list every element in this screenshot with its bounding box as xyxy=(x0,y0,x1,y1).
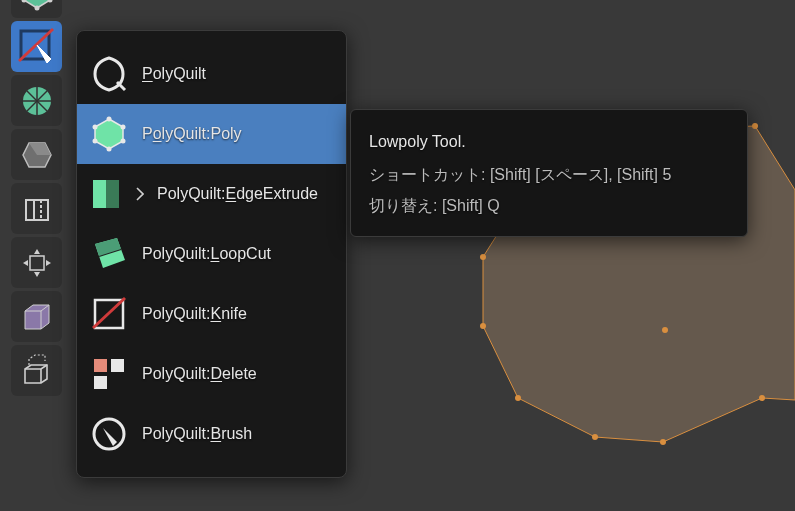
flyout-item-knife[interactable]: PolyQuilt:Knife xyxy=(77,284,346,344)
flyout-label: PolyQuilt:EdgeExtrude xyxy=(157,185,318,203)
edge-slide-icon xyxy=(19,191,55,227)
tool-extrude[interactable] xyxy=(11,345,62,396)
svg-rect-48 xyxy=(94,376,107,389)
polyquilt-icon xyxy=(89,54,129,94)
tool-poly[interactable] xyxy=(11,0,62,18)
tool-spin[interactable] xyxy=(11,75,62,126)
tool-polyquilt[interactable] xyxy=(11,21,62,72)
inset-icon xyxy=(19,299,55,335)
svg-point-4 xyxy=(592,434,598,440)
flyout-item-delete[interactable]: PolyQuilt:Delete xyxy=(77,344,346,404)
svg-point-38 xyxy=(93,125,98,130)
svg-marker-32 xyxy=(95,119,123,149)
svg-point-3 xyxy=(660,439,666,445)
svg-rect-46 xyxy=(94,359,107,372)
svg-point-33 xyxy=(107,117,112,122)
flyout-label: PolyQuilt:Knife xyxy=(142,305,247,323)
tooltip-shortcut: ショートカット: [Shift] [スペース], [Shift] 5 xyxy=(369,159,729,190)
extrude-icon xyxy=(19,353,55,389)
svg-point-5 xyxy=(515,395,521,401)
svg-point-6 xyxy=(480,323,486,329)
flyout-label: PolyQuilt:Poly xyxy=(142,125,242,143)
svg-point-34 xyxy=(121,125,126,130)
tooltip: Lowpoly Tool. ショートカット: [Shift] [スペース], [… xyxy=(350,109,748,237)
tool-flyout: PolyQuilt PolyQuilt:Poly PolyQui xyxy=(76,30,347,478)
knife-icon xyxy=(89,294,129,334)
tool-inset[interactable] xyxy=(11,291,62,342)
svg-point-15 xyxy=(47,0,52,2)
tooltip-title: Lowpoly Tool. xyxy=(369,126,729,157)
svg-point-2 xyxy=(759,395,765,401)
poly-shape-icon xyxy=(18,0,56,12)
svg-rect-31 xyxy=(30,256,44,270)
flyout-label: PolyQuilt:LoopCut xyxy=(142,245,271,263)
svg-point-37 xyxy=(93,139,98,144)
svg-point-1 xyxy=(752,123,758,129)
shrink-fatten-icon xyxy=(19,245,55,281)
flyout-item-edgeextrude[interactable]: PolyQuilt:EdgeExtrude xyxy=(77,164,346,224)
flyout-label: PolyQuilt:Brush xyxy=(142,425,252,443)
flyout-item-poly[interactable]: PolyQuilt:Poly xyxy=(77,104,346,164)
tool-smooth[interactable] xyxy=(11,129,62,180)
tool-shrink-fatten[interactable] xyxy=(11,237,62,288)
flyout-item-polyquilt[interactable]: PolyQuilt xyxy=(77,44,346,104)
svg-point-36 xyxy=(107,147,112,152)
poly-icon xyxy=(89,114,129,154)
svg-rect-39 xyxy=(93,180,106,208)
svg-point-11 xyxy=(662,327,668,333)
svg-rect-40 xyxy=(106,180,119,208)
tool-edge-slide[interactable] xyxy=(11,183,62,234)
svg-line-45 xyxy=(93,298,125,328)
brush-icon xyxy=(89,414,129,454)
svg-point-35 xyxy=(121,139,126,144)
toolbar xyxy=(11,0,62,396)
tooltip-alt: 切り替え: [Shift] Q xyxy=(369,190,729,221)
loopcut-icon xyxy=(89,234,129,274)
svg-rect-28 xyxy=(26,200,48,220)
svg-rect-47 xyxy=(111,359,124,372)
flyout-item-loopcut[interactable]: PolyQuilt:LoopCut xyxy=(77,224,346,284)
flyout-label: PolyQuilt:Delete xyxy=(142,365,257,383)
edgeextrude-icon xyxy=(89,174,129,214)
chevron-right-icon xyxy=(136,187,144,201)
svg-point-17 xyxy=(21,0,26,2)
svg-point-16 xyxy=(34,5,39,10)
flyout-item-brush[interactable]: PolyQuilt:Brush xyxy=(77,404,346,464)
svg-point-7 xyxy=(480,254,486,260)
smooth-icon xyxy=(19,137,55,173)
spin-icon xyxy=(19,83,55,119)
delete-icon xyxy=(89,354,129,394)
polyquilt-tool-icon xyxy=(17,27,57,67)
flyout-label: PolyQuilt xyxy=(142,65,206,83)
